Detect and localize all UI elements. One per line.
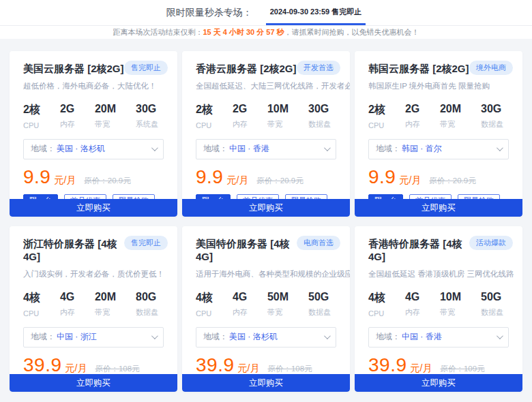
card-subtitle: 全国超低延迟 香港顶级机房 三网优化线路: [368, 269, 509, 279]
promo-badge: 电商首选: [297, 236, 340, 250]
session-date-tab[interactable]: 2024-09-30 23:59 售完即止: [266, 0, 366, 25]
price-unit: 元/月: [65, 362, 87, 375]
region-select-value: 韩国 · 首尔: [402, 143, 442, 155]
spec-value: 20M: [95, 103, 116, 115]
promo-badge: 境外电商: [469, 61, 513, 75]
card-subtitle: 全国超低延迟、大陆三网优化线路，开发者必备: [196, 81, 336, 91]
buy-button[interactable]: 立即购买: [355, 199, 522, 217]
server-card: 韩国云服务器 [2核2G] 境外电商 韩国原生IP 境外电商首先 限量抢购 2核…: [355, 51, 522, 217]
buy-button[interactable]: 立即购买: [355, 374, 522, 392]
spec-value: 4核: [368, 291, 385, 305]
countdown-bar: 距离本场次活动结束仅剩：15 天 4 小时 30 分 57 秒，请抓紧时间抢购，…: [0, 26, 532, 39]
chevron-down-icon: [151, 333, 158, 339]
price-value: 39.9: [368, 354, 407, 376]
page-title: 限时限量秒杀专场：: [166, 0, 252, 25]
spec-value: 2核: [23, 103, 40, 117]
spec-item: 20M带宽: [95, 291, 116, 318]
spec-label: 数据盘: [481, 307, 503, 318]
spec-label: 内存: [60, 307, 75, 318]
spec-value: 50M: [267, 291, 289, 303]
spec-value: 80G: [136, 291, 158, 303]
card-title: 美国云服务器 [2核2G]: [23, 63, 124, 76]
price-value: 9.9: [368, 166, 396, 188]
spec-label: CPU: [368, 121, 385, 129]
promo-badge: 售完即止: [124, 61, 168, 75]
buy-button[interactable]: 立即购买: [182, 374, 350, 392]
card-subtitle: 入门级实例，开发者必备，质优价更低！: [23, 269, 164, 279]
region-select[interactable]: 地域： 美国 · 洛杉矶: [23, 139, 164, 159]
countdown-prefix: 距离本场次活动结束仅剩：: [113, 27, 203, 37]
spec-item: 4G内存: [405, 291, 420, 318]
spec-label: CPU: [368, 309, 385, 318]
price-row: 9.9 元/月 原价：20.9元: [23, 166, 164, 188]
region-select[interactable]: 地域： 中国 · 浙江: [23, 327, 164, 347]
chevron-down-icon: [324, 144, 331, 151]
countdown-suffix: ，请抓紧时间抢购，以免错失优惠机会！: [284, 27, 419, 37]
spec-label: 数据盘: [308, 119, 331, 129]
spec-item: 80G数据盘: [136, 291, 158, 318]
original-price: 原价：20.9元: [84, 176, 130, 186]
spec-label: 带宽: [440, 119, 461, 129]
spec-value: 4G: [60, 291, 75, 303]
spec-item: 2G内存: [60, 103, 75, 129]
card-header: 浙江特价服务器 [4核4G] 售完即止: [23, 238, 164, 264]
spec-value: 2核: [368, 103, 385, 117]
spec-item: 30G数据盘: [481, 103, 503, 129]
spec-item: 2核CPU: [196, 103, 213, 129]
spec-label: 带宽: [95, 307, 116, 318]
spec-value: 50G: [308, 291, 331, 303]
buy-button[interactable]: 立即购买: [10, 374, 177, 392]
spec-value: 30G: [481, 103, 503, 115]
spec-value: 2核: [196, 103, 213, 117]
card-title: 香港特价服务器 [4核4G]: [368, 238, 469, 264]
spec-value: 20M: [95, 291, 116, 303]
spec-label: 带宽: [440, 307, 461, 318]
spec-item: 4G内存: [233, 291, 248, 318]
card-subtitle: 适用于海外电商、各种类型和规模的企业级应用: [196, 269, 336, 279]
spec-item: 30G数据盘: [308, 103, 331, 129]
region-select[interactable]: 地域： 美国 · 洛杉矶: [196, 327, 336, 347]
price-unit: 元/月: [54, 174, 76, 187]
card-header: 美国云服务器 [2核2G] 售完即止: [23, 63, 164, 76]
server-card: 香港云服务器 [2核2G] 开发首选 全国超低延迟、大陆三网优化线路，开发者必备…: [182, 51, 350, 217]
card-header: 美国特价服务器 [4核4G] 电商首选: [196, 238, 336, 264]
card-subtitle: 超低价格，海外电商必备，大陆优化！: [23, 81, 164, 91]
spec-value: 30G: [136, 103, 158, 115]
region-select-value: 美国 · 洛杉矶: [57, 143, 105, 155]
session-date-label: 2024-09-30 23:59 售完即止: [270, 7, 362, 17]
spec-item: 2核CPU: [23, 103, 40, 129]
spec-item: 50M带宽: [267, 291, 289, 318]
spec-label: CPU: [23, 309, 40, 318]
spec-label: 内存: [60, 119, 75, 129]
spec-label: 系统盘: [136, 119, 158, 129]
card-title: 美国特价服务器 [4核4G]: [196, 238, 297, 264]
region-select[interactable]: 地域： 中国 · 香港: [196, 139, 336, 159]
region-select-label: 地域：: [376, 143, 400, 155]
price-unit: 元/月: [238, 362, 260, 375]
spec-value: 2G: [233, 103, 248, 115]
buy-button[interactable]: 立即购买: [10, 199, 177, 217]
price-row: 39.9 元/月 原价：109元: [368, 354, 509, 376]
spec-label: CPU: [23, 121, 40, 129]
card-title: 香港云服务器 [2核2G]: [196, 63, 297, 76]
card-header: 香港云服务器 [2核2G] 开发首选: [196, 63, 336, 76]
spec-value: 10M: [267, 103, 289, 115]
chevron-down-icon: [497, 144, 503, 151]
buy-button[interactable]: 立即购买: [182, 199, 350, 217]
card-subtitle: 韩国原生IP 境外电商首先 限量抢购: [368, 81, 509, 91]
spec-label: 带宽: [267, 119, 289, 129]
spec-list: 4核CPU4G内存20M带宽80G数据盘: [23, 291, 164, 318]
region-select[interactable]: 地域： 韩国 · 首尔: [368, 139, 509, 159]
region-select-value: 中国 · 浙江: [57, 331, 97, 343]
promo-badge: 开发首选: [297, 61, 340, 75]
promo-badge: 售完即止: [124, 236, 168, 250]
spec-list: 2核CPU2G内存10M带宽30G数据盘: [196, 103, 336, 129]
card-title: 浙江特价服务器 [4核4G]: [23, 238, 124, 264]
region-select[interactable]: 地域： 中国 · 香港: [368, 327, 509, 347]
spec-value: 10M: [440, 291, 461, 303]
original-price: 原价：20.9元: [429, 176, 475, 186]
region-select-value: 中国 · 香港: [402, 331, 442, 343]
original-price: 原价：109元: [440, 364, 484, 374]
spec-value: 2G: [60, 103, 75, 115]
spec-item: 30G系统盘: [136, 103, 158, 129]
